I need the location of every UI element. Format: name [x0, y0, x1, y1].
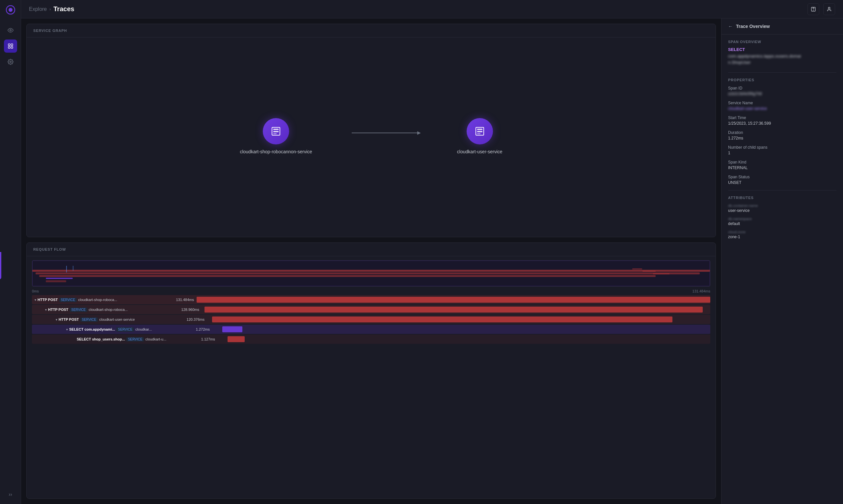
trace-row[interactable]: ▾ HTTP POST SERVICE cloudkart-shop-roboc… — [32, 295, 710, 304]
request-flow-title: REQUEST FLOW — [27, 243, 716, 256]
child-spans-row: Number of child spans 1 — [728, 145, 837, 155]
attr-value-2: default — [728, 221, 837, 226]
trace-row-label-4: SELECT shop_users.shop... SERVICE cloudk… — [53, 337, 191, 341]
trace-bar-1 — [205, 307, 703, 312]
timeline-end: 131.484ms — [692, 289, 710, 293]
trace-row-label-2: ▾ HTTP POST SERVICE cloudkart-user-servi… — [42, 318, 181, 322]
app-logo — [5, 4, 16, 16]
main-panels: SERVICE GRAPH — [21, 18, 721, 504]
span-kind-label: Span Kind — [728, 160, 837, 164]
method-tag-0: HTTP POST — [37, 298, 58, 302]
bar-area-2 — [207, 315, 710, 324]
span-status-value: UNSET — [728, 180, 837, 185]
duration-4: 1.127ms — [191, 337, 218, 341]
service-name-row: Service Name cloudkart-user-service — [728, 101, 837, 111]
duration-row: Duration 1.272ms — [728, 130, 837, 141]
sidebar-item-observe[interactable] — [4, 24, 17, 37]
service-name-2: cloudkart-user-service — [99, 318, 135, 321]
trace-row-label-3: ▾ SELECT com.appdynami... SERVICE cloudk… — [48, 327, 186, 331]
trace-bar-4 — [227, 336, 245, 342]
timeline-labels: 0ms 131.484ms — [32, 289, 710, 293]
span-status-row: Span Status UNSET — [728, 175, 837, 185]
timeline-start: 0ms — [32, 289, 39, 293]
help-button[interactable] — [807, 3, 819, 15]
span-status-label: Span Status — [728, 175, 837, 179]
attr-key-1: db.container.name — [728, 204, 837, 208]
sidebar-expand[interactable]: ›› — [6, 489, 15, 500]
method-tag-2: HTTP POST — [58, 318, 79, 321]
divider-1 — [728, 72, 837, 73]
node-left-label: cloudkart-shop-robocannon-service — [240, 149, 312, 154]
duration-value: 1.272ms — [728, 136, 837, 141]
sidebar-item-settings[interactable] — [4, 55, 17, 68]
expand-icon-0[interactable]: ▾ — [35, 298, 36, 302]
service-nodes: cloudkart-shop-robocannon-service — [240, 118, 502, 154]
span-kind-value: INTERNAL — [728, 165, 837, 170]
request-flow-panel: REQUEST FLOW — [27, 242, 716, 499]
main-content: Explore › Traces — [21, 0, 843, 504]
type-badge-0: SERVICE — [59, 298, 77, 302]
divider-2 — [728, 190, 837, 191]
content-area: SERVICE GRAPH — [21, 18, 843, 504]
type-badge-2: SERVICE — [80, 318, 98, 322]
svg-rect-16 — [477, 129, 482, 130]
type-badge-1: SERVICE — [70, 308, 88, 312]
attributes-title: ATTRIBUTES — [728, 196, 837, 200]
svg-rect-13 — [273, 131, 279, 132]
user-button[interactable] — [823, 3, 835, 15]
svg-rect-17 — [477, 131, 482, 132]
expand-icon-2[interactable]: ▾ — [56, 318, 57, 321]
child-spans-label: Number of child spans — [728, 145, 837, 150]
node-arrow — [352, 132, 417, 133]
breadcrumb-current: Traces — [53, 5, 74, 13]
span-id-value: a1b2c3d4e5f6g7h8 — [728, 91, 837, 96]
attr-row-1: db.container.name user-service — [728, 204, 837, 213]
attr-row-2: db.namespace default — [728, 217, 837, 226]
svg-point-7 — [10, 61, 11, 63]
expand-icon-3[interactable]: ▾ — [66, 328, 68, 331]
svg-rect-6 — [11, 47, 13, 48]
service-name-3: cloudkar... — [135, 327, 152, 331]
start-time-value: 1/25/2023, 15:27:36.599 — [728, 121, 837, 126]
method-tag-1: HTTP POST — [48, 308, 69, 311]
back-button[interactable]: ← — [728, 24, 733, 29]
bar-area-4 — [218, 335, 710, 344]
sidebar-item-traces[interactable] — [4, 39, 17, 53]
right-panel-header: ← Trace Overview — [722, 18, 843, 35]
duration-1: 128.960ms — [175, 308, 202, 311]
expand-icon-1[interactable]: ▾ — [45, 308, 47, 311]
bar-area-3 — [212, 325, 710, 334]
service-node-left[interactable]: cloudkart-shop-robocannon-service — [240, 118, 312, 154]
trace-row[interactable]: ▾ SELECT com.appdynami... SERVICE cloudk… — [32, 325, 710, 334]
svg-point-10 — [828, 7, 830, 9]
service-name-0: cloudkart-shop-roboca... — [78, 298, 117, 302]
request-flow-body: 0ms 131.484ms ▾ HTTP POST SERVICE cloudk… — [27, 256, 716, 348]
trace-rows: ▾ HTTP POST SERVICE cloudkart-shop-roboc… — [32, 295, 710, 344]
breadcrumb-parent[interactable]: Explore — [29, 6, 47, 12]
feedback-tab[interactable]: Feedback — [0, 252, 1, 279]
attr-value-3: zone-1 — [728, 235, 837, 239]
svg-point-1 — [8, 8, 13, 12]
duration-2: 120.376ms — [181, 318, 207, 321]
topbar-actions — [807, 3, 835, 15]
service-graph-body: cloudkart-shop-robocannon-service — [27, 37, 716, 235]
trace-row[interactable]: SELECT shop_users.shop... SERVICE cloudk… — [32, 335, 710, 344]
timeline-minimap[interactable] — [32, 260, 710, 287]
service-node-right[interactable]: cloudkart-user-service — [457, 118, 502, 154]
topbar: Explore › Traces — [21, 0, 843, 18]
method-tag-4: SELECT shop_users.shop... — [77, 337, 125, 341]
trace-row[interactable]: ▾ HTTP POST SERVICE cloudkart-user-servi… — [32, 315, 710, 324]
trace-bar-3 — [222, 326, 242, 332]
span-id-label: Span ID — [728, 86, 837, 90]
trace-row[interactable]: ▾ HTTP POST SERVICE cloudkart-shop-roboc… — [32, 305, 710, 314]
svg-rect-12 — [273, 129, 279, 130]
bar-area-0 — [196, 295, 710, 304]
service-name-label: Service Name — [728, 101, 837, 105]
start-time-row: Start Time 1/25/2023, 15:27:36.599 — [728, 115, 837, 126]
child-spans-value: 1 — [728, 151, 837, 155]
span-id-row: Span ID a1b2c3d4e5f6g7h8 — [728, 86, 837, 96]
type-badge-3: SERVICE — [116, 327, 134, 331]
span-overview-label: Span Overview — [728, 40, 837, 44]
span-query-text: SELECT com.appdynamics.lapps.ousers.doma… — [728, 47, 837, 66]
node-circle-left — [263, 118, 289, 144]
